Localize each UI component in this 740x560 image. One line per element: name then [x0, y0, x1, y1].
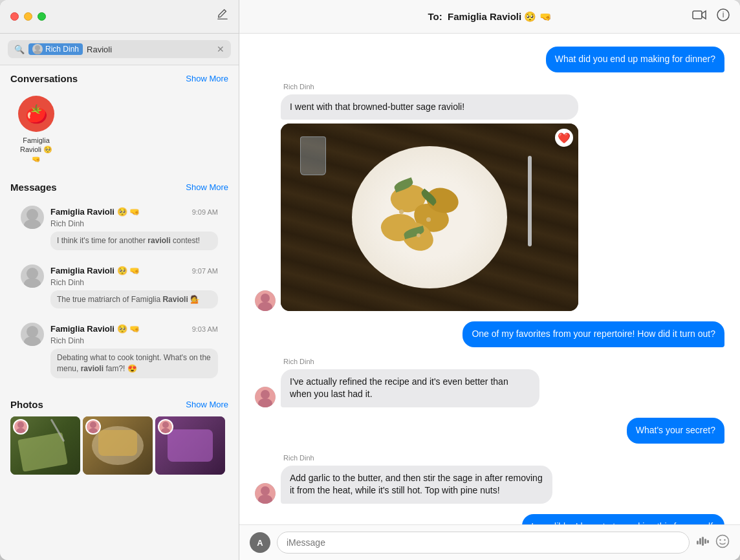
maximize-button[interactable] [38, 12, 46, 21]
msg-header: Famiglia Ravioli 🥺 🤜 Rich Dinh 9:03 AM [50, 323, 218, 346]
food-image [281, 124, 578, 311]
svg-rect-29 [699, 538, 701, 544]
message-input[interactable] [277, 532, 690, 554]
message-list-item[interactable]: Famiglia Ravioli 🥺 🤜 Rich Dinh 9:03 AM D… [10, 316, 228, 385]
svg-rect-30 [702, 537, 704, 546]
bubble-group: Incredible. I have to try making this fo… [522, 514, 724, 524]
svg-point-34 [719, 539, 721, 540]
sidebar: 🔍 Rich Dinh ✕ Conversations Show More [0, 0, 239, 560]
photo-avatar [13, 419, 28, 435]
minimize-button[interactable] [24, 12, 32, 21]
photo-thumb[interactable] [83, 416, 153, 475]
search-token[interactable]: Rich Dinh [28, 43, 83, 55]
svg-rect-32 [707, 540, 709, 543]
conversations-header: Conversations Show More [10, 73, 228, 84]
message-row-received: Add garlic to the butter, and then stir … [255, 466, 724, 504]
received-group: Rich Dinh I've actually refined the reci… [255, 358, 724, 407]
svg-point-10 [90, 422, 96, 428]
sender-label: Rich Dinh [283, 358, 724, 365]
message-list-item[interactable]: Famiglia Ravioli 🥺 🤜 Rich Dinh 9:07 AM T… [10, 258, 228, 316]
message-bubble-received: I went with that browned-butter sage rav… [281, 94, 578, 120]
photos-show-more[interactable]: Show More [186, 400, 228, 409]
msg-content: Famiglia Ravioli 🥺 🤜 Rich Dinh 9:07 AM T… [50, 264, 218, 309]
bubble-group: What did you end up making for dinner? [546, 47, 724, 72]
photo-thumb[interactable] [10, 416, 80, 475]
msg-preview: The true matriarch of Famiglia Ravioli 💁 [50, 290, 218, 309]
message-bubble-sent: What's your secret? [627, 418, 724, 444]
video-call-button[interactable] [692, 8, 706, 25]
bubble-avatar [255, 483, 276, 504]
chat-area: To: Famiglia Ravioli 🥺 🤜 i What did you … [239, 0, 740, 560]
compose-button[interactable] [217, 9, 228, 24]
search-clear-button[interactable]: ✕ [217, 44, 224, 54]
info-button[interactable]: i [717, 8, 730, 25]
conversations-section: Conversations Show More 🍅 FamigliaRaviol… [0, 65, 239, 174]
msg-avatar [21, 206, 44, 229]
svg-rect-14 [693, 11, 702, 19]
input-avatar: A [250, 532, 270, 553]
search-input[interactable] [87, 45, 213, 54]
bubble-group: One of my favorites from your repertoire… [462, 321, 724, 347]
svg-point-33 [717, 535, 729, 547]
sender-label: Rich Dinh [283, 83, 591, 91]
conv-name: FamigliaRavioli 🥺 🤜 [16, 136, 57, 164]
search-icon: 🔍 [14, 45, 25, 54]
messages-section: Messages Show More Famiglia Ravioli 🥺 🤜 … [0, 174, 239, 391]
message-row-sent: One of my favorites from your repertoire… [255, 321, 724, 347]
photos-section: Photos Show More [0, 391, 239, 480]
msg-group-name: Famiglia Ravioli 🥺 🤜 [50, 266, 140, 275]
token-avatar [32, 44, 43, 54]
svg-rect-28 [697, 541, 699, 544]
traffic-lights [10, 12, 46, 21]
heart-reaction: ❤️ [555, 129, 573, 147]
svg-point-13 [161, 428, 170, 433]
chat-title: To: Famiglia Ravioli 🥺 🤜 [428, 11, 551, 23]
bubble-avatar [255, 387, 276, 407]
svg-point-11 [89, 428, 98, 433]
message-bubble-sent: One of my favorites from your repertoire… [462, 321, 724, 347]
svg-point-35 [724, 539, 725, 540]
svg-point-8 [17, 422, 24, 428]
message-bubble-sent: What did you end up making for dinner? [546, 47, 724, 72]
message-list-item[interactable]: Famiglia Ravioli 🥺 🤜 Rich Dinh 9:09 AM I… [10, 199, 228, 257]
svg-point-12 [162, 422, 169, 428]
app-window: 🔍 Rich Dinh ✕ Conversations Show More [0, 0, 740, 560]
conv-avatar: 🍅 [18, 96, 54, 132]
received-group: Rich Dinh I went with that browned-butte… [255, 83, 591, 312]
svg-text:i: i [723, 10, 724, 19]
msg-avatar [21, 323, 44, 346]
sidebar-titlebar [0, 0, 239, 34]
message-row-sent: What's your secret? [255, 418, 724, 444]
chat-header: To: Famiglia Ravioli 🥺 🤜 i [239, 0, 740, 34]
msg-preview: I think it's time for another ravioli co… [50, 232, 218, 250]
svg-point-24 [261, 486, 270, 495]
message-bubble-received: I've actually refined the recipe and it'… [281, 369, 539, 407]
chat-messages: What did you end up making for dinner? R… [239, 34, 740, 524]
conversations-show-more[interactable]: Show More [186, 74, 228, 83]
photos-title: Photos [10, 399, 43, 410]
close-button[interactable] [10, 12, 19, 21]
token-name: Rich Dinh [45, 45, 79, 54]
svg-point-4 [27, 268, 38, 279]
glass [300, 136, 326, 175]
msg-avatar [21, 264, 44, 288]
input-icons [696, 534, 730, 552]
conversations-title: Conversations [10, 73, 78, 84]
search-wrapper: 🔍 Rich Dinh ✕ [8, 40, 231, 58]
emoji-button[interactable] [715, 534, 730, 552]
conv-item-famiglia[interactable]: 🍅 FamigliaRavioli 🥺 🤜 [10, 91, 62, 169]
svg-rect-31 [704, 539, 706, 544]
msg-header: Famiglia Ravioli 🥺 🤜 Rich Dinh 9:07 AM [50, 264, 218, 288]
chat-input-area: A [239, 524, 740, 560]
photos-header: Photos Show More [10, 399, 228, 410]
msg-sender: Rich Dinh [50, 278, 84, 287]
photo-thumb[interactable] [155, 416, 225, 475]
svg-text:A: A [257, 538, 263, 548]
sender-label: Rich Dinh [283, 454, 724, 462]
messages-show-more[interactable]: Show More [186, 182, 228, 192]
message-bubble-received: Add garlic to the butter, and then stir … [281, 466, 552, 504]
msg-time: 9:03 AM [192, 325, 218, 333]
msg-header: Famiglia Ravioli 🥺 🤜 Rich Dinh 9:09 AM [50, 206, 218, 229]
audio-button[interactable] [696, 535, 710, 550]
svg-point-1 [34, 50, 41, 54]
